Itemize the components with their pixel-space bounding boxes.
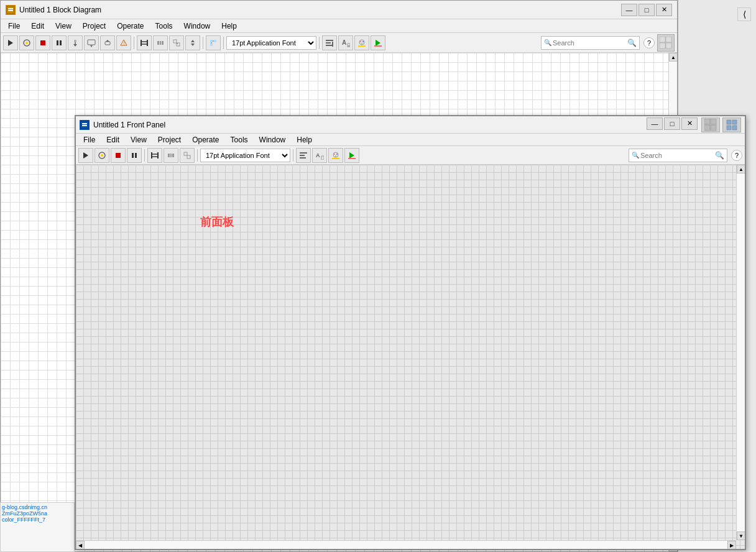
resize-btn[interactable] [169,35,184,50]
distribute-btn[interactable] [153,35,168,50]
color-btn[interactable] [354,35,369,50]
fp-scroll-track-v[interactable] [737,173,745,531]
fp-menu-file[interactable]: File [78,134,100,145]
reorder-btn[interactable] [185,35,200,50]
main-menu-bar: File Edit View Project Operate Tools Win… [1,19,677,33]
step-out-btn[interactable] [100,35,115,50]
svg-rect-71 [152,156,158,157]
search-container: 🔍 🔍 [541,36,640,50]
fp-abort-button[interactable] [111,148,126,163]
svg-point-66 [101,154,103,157]
svg-rect-81 [300,157,306,159]
menu-view[interactable]: View [50,21,76,32]
svg-rect-70 [152,154,158,155]
share-icon[interactable]: ⟨ [737,7,751,21]
fp-run-mode-btn[interactable] [344,148,359,163]
fp-menu-tools[interactable]: Tools [226,134,253,145]
main-window-icon [6,5,16,15]
status-line-3: color_FFFFFFt_7 [2,517,73,523]
svg-marker-64 [83,152,88,159]
fp-color-btn[interactable] [328,148,343,163]
fp-scroll-track-h[interactable] [85,541,727,549]
svg-marker-3 [8,40,13,46]
svg-rect-88 [332,158,339,159]
svg-point-87 [335,155,336,157]
align-btn[interactable] [137,35,152,50]
search-input[interactable] [553,39,627,47]
fp-scrollbar-bottom[interactable]: ◀ ▶ [76,540,736,549]
svg-rect-74 [168,154,170,157]
fp-canvas[interactable]: 前面板 ▲ ▼ ◀ ▶ [76,165,745,549]
fp-menu-operate[interactable]: Operate [187,134,224,145]
fp-text-align-btn[interactable] [296,148,311,163]
fp-font-selector[interactable]: 17pt Application Font [200,149,290,162]
status-line-2: ZmFuZ3poZW5na [2,510,73,517]
menu-edit[interactable]: Edit [26,21,49,32]
text-align-btn[interactable] [322,35,337,50]
warn-btn[interactable]: ! [116,35,131,50]
fp-scrollbar-right[interactable]: ▲ ▼ [736,165,745,540]
fp-scroll-left-btn[interactable]: ◀ [76,541,85,549]
main-minimize-btn[interactable]: — [621,4,637,16]
svg-point-86 [336,154,338,155]
menu-help[interactable]: Help [216,21,242,32]
menu-operate[interactable]: Operate [112,21,149,32]
fp-scroll-right-btn[interactable]: ▶ [727,541,736,549]
fp-palette-icon-2[interactable] [722,117,741,132]
step-into-btn[interactable] [68,35,83,50]
fp-menu-project[interactable]: Project [153,134,186,145]
fp-menu-view[interactable]: View [126,134,152,145]
scroll-up-btn[interactable]: ▲ [669,53,677,62]
palette-icon[interactable] [657,34,675,52]
fp-palette-icon-1[interactable] [701,117,720,132]
main-close-btn[interactable]: ✕ [656,4,672,16]
fp-search-input[interactable] [640,152,715,159]
menu-file[interactable]: File [3,21,25,32]
fp-pause-button[interactable] [127,148,142,163]
fp-menu-window[interactable]: Window [254,134,291,145]
run-mode-btn[interactable] [371,35,385,50]
menu-tools[interactable]: Tools [150,21,178,32]
pause-button[interactable] [52,35,67,50]
fp-menu-help[interactable]: Help [292,134,317,145]
svg-rect-6 [40,40,45,45]
search-submit-icon[interactable]: 🔍 [627,39,637,47]
fp-align-btn[interactable] [147,148,162,163]
svg-rect-61 [732,120,737,124]
highlight-btn[interactable] [19,35,34,50]
menu-project[interactable]: Project [78,21,111,32]
fp-toolbar: 17pt Application Font A [76,146,745,165]
fp-maximize-btn[interactable]: □ [664,117,680,130]
main-maximize-btn[interactable]: □ [638,4,655,16]
fp-scroll-down-btn[interactable]: ▼ [737,531,745,540]
svg-marker-29 [191,44,195,46]
cleanup-btn[interactable] [206,35,221,50]
svg-point-43 [360,41,361,42]
fp-text-size-btn[interactable]: A [312,148,327,163]
svg-rect-18 [141,41,147,42]
main-title-bar: Untitled 1 Block Diagram — □ ✕ [1,1,677,19]
svg-rect-49 [660,37,665,42]
fp-menu-edit[interactable]: Edit [101,134,124,145]
svg-marker-89 [349,152,354,159]
help-button[interactable]: ? [643,37,655,48]
run-button[interactable] [3,35,18,50]
font-selector[interactable]: 17pt Application Font [226,36,316,50]
abort-button[interactable] [35,35,50,50]
fp-scroll-up-btn[interactable]: ▲ [737,165,745,173]
svg-marker-47 [376,40,380,46]
text-size-btn[interactable]: A [338,35,353,50]
fp-close-btn[interactable]: ✕ [681,117,698,130]
svg-rect-20 [141,40,142,46]
fp-resize-btn[interactable] [180,148,195,163]
fp-distribute-btn[interactable] [164,148,178,163]
fp-minimize-btn[interactable]: — [647,117,663,130]
step-over-btn[interactable] [84,35,99,50]
fp-run-button[interactable] [78,148,93,163]
svg-marker-13 [90,45,93,47]
fp-search-submit-icon[interactable]: 🔍 [715,151,724,160]
fp-search-prefix: 🔍 [632,152,639,159]
menu-window[interactable]: Window [179,21,216,32]
fp-help-button[interactable]: ? [731,150,742,161]
fp-highlight-btn[interactable] [94,148,109,163]
